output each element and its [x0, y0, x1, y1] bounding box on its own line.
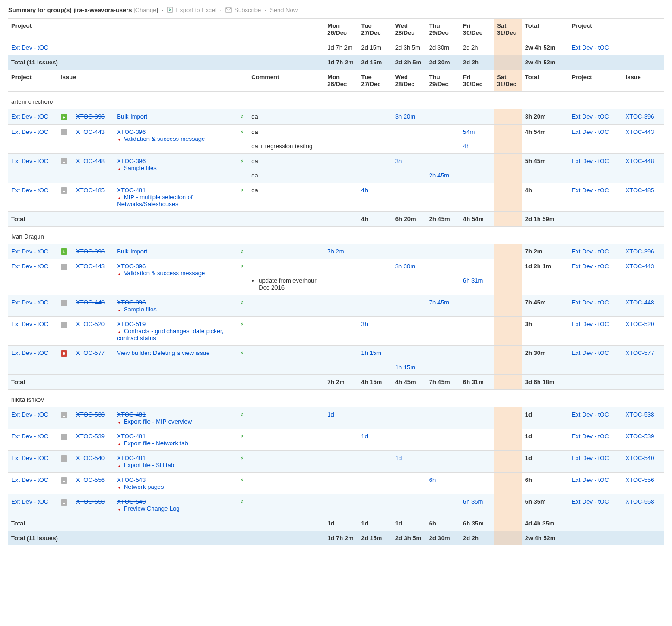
project-link-r[interactable]: Ext Dev - tOC — [569, 244, 623, 259]
issue-key-r[interactable]: XTOC-577 — [623, 346, 664, 375]
issue-key-r[interactable]: XTOC-396 — [623, 244, 664, 259]
project-link[interactable]: Ext Dev - tOC — [8, 259, 58, 295]
issue-key-r[interactable]: XTOC-556 — [623, 473, 664, 494]
worklog-link[interactable]: 54m — [463, 128, 475, 135]
expand-toggle[interactable] — [237, 429, 248, 451]
project-name-r[interactable]: Ext Dev - tOC — [569, 40, 664, 55]
issue-detail-link[interactable]: Export file - Network tab — [124, 440, 188, 447]
worklog-link[interactable]: 4h — [463, 143, 469, 150]
worklog-link[interactable]: 6h 35m — [463, 498, 483, 505]
issue-key[interactable]: XTOC-396 — [73, 109, 114, 125]
project-link[interactable]: Ext Dev - tOC — [8, 407, 58, 429]
worklog-link[interactable]: 6h — [429, 476, 436, 483]
worklog-link[interactable]: 1h 15m — [395, 364, 415, 371]
project-link-r[interactable]: Ext Dev - tOC — [569, 451, 623, 473]
issue-key[interactable]: XTOC-539 — [73, 429, 114, 451]
worklog-link[interactable]: 3h — [361, 321, 368, 328]
project-link[interactable]: Ext Dev - tOC — [8, 124, 58, 153]
chevron-double-down-icon[interactable] — [240, 129, 245, 133]
chevron-double-down-icon[interactable] — [240, 300, 245, 304]
worklog-link[interactable]: 3h 30m — [395, 263, 415, 270]
day-cell[interactable]: 1d — [359, 429, 393, 451]
project-link-r[interactable]: Ext Dev - tOC — [569, 295, 623, 317]
day-cell[interactable]: 3h — [393, 153, 426, 168]
project-link[interactable]: Ext Dev - tOC — [8, 244, 58, 259]
day-cell[interactable]: 2h 45m — [426, 168, 460, 183]
project-link[interactable]: Ext Dev - tOC — [8, 346, 58, 375]
project-link[interactable]: Ext Dev - tOC — [8, 183, 58, 211]
worklog-link[interactable]: 1d — [361, 433, 368, 440]
expand-toggle[interactable] — [237, 407, 248, 429]
day-cell[interactable]: 3h 30m — [393, 259, 426, 274]
chevron-double-down-icon[interactable] — [240, 264, 245, 267]
project-link[interactable]: Ext Dev - tOC — [8, 429, 58, 451]
issue-key-r[interactable]: XTOC-540 — [623, 451, 664, 473]
parent-issue-link[interactable]: XTOC-396 — [117, 263, 146, 270]
chevron-double-down-icon[interactable] — [240, 412, 245, 416]
project-link-r[interactable]: Ext Dev - tOC — [569, 473, 623, 494]
issue-key-r[interactable]: XTOC-443 — [623, 259, 664, 295]
chevron-double-down-icon[interactable] — [240, 351, 245, 354]
worklog-link[interactable]: 1h 15m — [361, 349, 381, 356]
day-cell[interactable]: 6h — [426, 473, 460, 494]
parent-issue-link[interactable]: XTOC-519 — [117, 321, 146, 328]
chevron-double-down-icon[interactable] — [240, 158, 245, 162]
issue-key[interactable]: XTOC-443 — [73, 259, 114, 295]
export-link[interactable]: Export to Excel — [176, 6, 216, 13]
issue-key[interactable]: XTOC-558 — [73, 494, 114, 516]
project-link[interactable]: Ext Dev - tOC — [8, 109, 58, 125]
chevron-double-down-icon[interactable] — [240, 500, 245, 503]
day-cell[interactable]: 4h — [460, 139, 494, 154]
expand-toggle[interactable] — [237, 317, 248, 346]
day-cell[interactable]: 3h 20m — [393, 109, 426, 125]
expand-toggle[interactable] — [237, 109, 248, 125]
issue-key[interactable]: XTOC-396 — [73, 244, 114, 259]
expand-toggle[interactable] — [237, 494, 248, 516]
day-cell[interactable]: 54m — [460, 124, 494, 139]
chevron-double-down-icon[interactable] — [240, 114, 245, 118]
project-link-r[interactable]: Ext Dev - tOC — [569, 124, 623, 153]
chevron-double-down-icon[interactable] — [240, 478, 245, 481]
issue-detail-link[interactable]: Export file - SH tab — [124, 462, 174, 468]
issue-key[interactable]: XTOC-538 — [73, 407, 114, 429]
issue-detail-link[interactable]: Network pages — [124, 483, 164, 490]
issue-detail-link[interactable]: Validation & success message — [124, 135, 205, 142]
issue-detail-link[interactable]: Bulk Import — [117, 113, 147, 120]
day-cell[interactable]: 1d — [393, 451, 426, 473]
project-link-r[interactable]: Ext Dev - tOC — [569, 259, 623, 295]
issue-key-r[interactable]: XTOC-443 — [623, 124, 664, 153]
issue-key-r[interactable]: XTOC-538 — [623, 407, 664, 429]
chevron-double-down-icon[interactable] — [240, 188, 245, 191]
chevron-double-down-icon[interactable] — [240, 434, 245, 437]
day-cell[interactable]: 3h — [359, 317, 393, 346]
expand-toggle[interactable] — [237, 244, 248, 259]
day-cell[interactable]: 1h 15m — [393, 360, 426, 375]
issue-key[interactable]: XTOC-520 — [73, 317, 114, 346]
issue-key-r[interactable]: XTOC-448 — [623, 153, 664, 183]
chevron-double-down-icon[interactable] — [240, 249, 245, 252]
parent-issue-link[interactable]: XTOC-481 — [117, 187, 146, 194]
expand-toggle[interactable] — [237, 124, 248, 153]
project-link-r[interactable]: Ext Dev - tOC — [569, 109, 623, 125]
worklog-link[interactable]: 3h 20m — [395, 113, 415, 120]
project-link-r[interactable]: Ext Dev - tOC — [569, 346, 623, 375]
issue-key-r[interactable]: XTOC-485 — [623, 183, 664, 211]
issue-detail-link[interactable]: Bulk Import — [117, 248, 147, 255]
expand-toggle[interactable] — [237, 183, 248, 211]
parent-issue-link[interactable]: XTOC-481 — [117, 433, 146, 440]
expand-toggle[interactable] — [237, 153, 248, 183]
issue-detail-link[interactable]: View builder: Deleting a view issue — [117, 349, 209, 356]
project-link-r[interactable]: Ext Dev - tOC — [569, 317, 623, 346]
worklog-link[interactable]: 6h 31m — [463, 277, 483, 284]
issue-key[interactable]: XTOC-448 — [73, 153, 114, 183]
parent-issue-link[interactable]: XTOC-481 — [117, 411, 146, 418]
issue-detail-link[interactable]: Validation & success message — [124, 270, 205, 277]
change-link[interactable]: Change — [135, 6, 157, 13]
project-link-r[interactable]: Ext Dev - tOC — [569, 407, 623, 429]
worklog-link[interactable]: 3h — [395, 158, 402, 164]
issue-key[interactable]: XTOC-485 — [73, 183, 114, 211]
issue-detail-link[interactable]: Contracts - grid changes, date picker, c… — [117, 328, 223, 341]
parent-issue-link[interactable]: XTOC-396 — [117, 299, 146, 306]
day-cell[interactable]: 6h 31m — [460, 273, 494, 295]
project-link[interactable]: Ext Dev - tOC — [8, 473, 58, 494]
